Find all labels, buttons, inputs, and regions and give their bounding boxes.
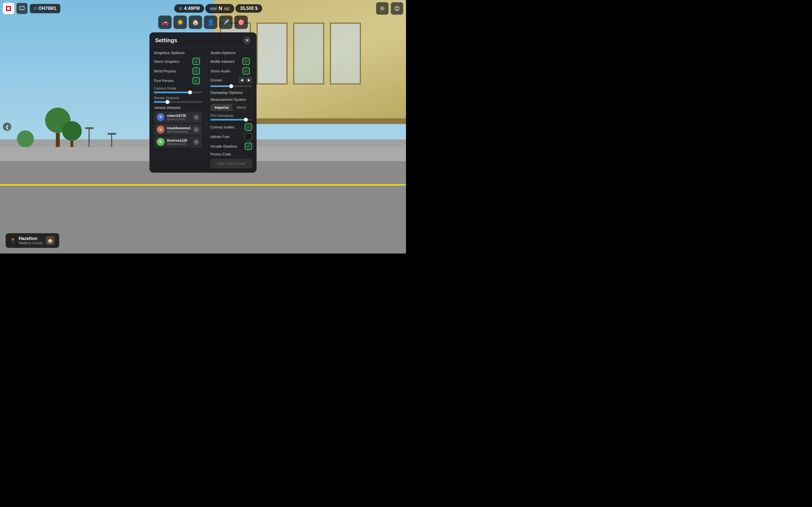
nav-home-button[interactable]: 🏠	[189, 15, 202, 29]
nav-target-button[interactable]: 🎯	[234, 15, 248, 29]
whitelist-add-1[interactable]: +	[193, 126, 199, 133]
player-id: OH76M1	[38, 6, 56, 11]
whitelist-avatar-0: R	[157, 113, 165, 121]
render-distance-thumb[interactable]	[165, 100, 169, 104]
first-person-checkbox[interactable]: ✓	[193, 77, 200, 84]
whitelist-info-1: UsedAwsome1 @UsedAwsome1	[167, 126, 191, 133]
whitelist-handle-0: @robert19735	[167, 118, 191, 121]
nav-vehicle-button[interactable]: 🚗	[158, 15, 172, 29]
fpv-label: FPV Sensitivity	[210, 114, 252, 118]
vehicle-whitelist-section: Vehicle Whitelist R robert19735 @robert1…	[154, 106, 202, 148]
whitelist-add-2[interactable]: +	[193, 139, 199, 145]
compass-display: NW N NE	[205, 4, 234, 13]
promo-code-section: Promo Code	[210, 152, 252, 168]
window-2	[257, 22, 288, 84]
settings-title: Settings	[155, 37, 177, 44]
settings-close-button[interactable]: ✕	[243, 36, 251, 44]
whitelist-handle-2: @Dextrose129	[167, 143, 191, 146]
drones-thumb[interactable]	[229, 84, 233, 88]
road-line	[0, 184, 406, 186]
fpv-fill	[210, 119, 246, 121]
location-badge: 📍 Hazelton Wadena County 🏠	[6, 233, 59, 248]
render-distance-slider[interactable]	[154, 101, 202, 103]
chevron-left-button[interactable]: ❮	[3, 122, 11, 131]
camera-shake-section: Camera Shake	[154, 87, 202, 93]
vehicle-whitelist-title: Vehicle Whitelist	[154, 106, 202, 110]
player-hash: #	[34, 6, 37, 11]
whitelist-name-0: robert19735	[167, 114, 191, 118]
drones-slider[interactable]	[210, 86, 252, 87]
left-column: Graphics Options Storm Graphics ✓ Wind P…	[149, 51, 206, 168]
wind-physics-checkbox[interactable]: ✓	[193, 67, 200, 75]
camera-shake-label: Camera Shake	[154, 87, 202, 91]
metric-option[interactable]: Metric	[233, 104, 250, 111]
menu-hud-button[interactable]	[391, 2, 403, 15]
fpv-thumb[interactable]	[244, 118, 248, 122]
drones-fill	[210, 86, 231, 87]
camera-shake-fill	[154, 92, 190, 93]
settings-hud-button[interactable]	[376, 2, 389, 15]
audio-section-title: Audio Options	[210, 51, 252, 55]
infinite-fuel-label: Infinite Fuel	[210, 135, 229, 139]
clock-icon: ⊙	[179, 6, 182, 11]
storm-graphics-checkbox[interactable]: ✓	[193, 58, 200, 65]
chat-button[interactable]	[16, 3, 28, 14]
measurement-toggle-container: Imperial Metric	[210, 104, 252, 111]
measurement-row: Measurement System	[210, 98, 252, 102]
infinite-fuel-checkbox[interactable]	[245, 133, 252, 140]
nav-icons-row: 🚗 ☀️ 🏠 👤 ✈️ 🎯	[158, 15, 248, 29]
drones-row: Drones ◀ ▶	[210, 77, 252, 83]
compass-ne: NE	[224, 6, 230, 11]
first-person-label: First Person	[154, 78, 174, 83]
imperial-option[interactable]: Imperial	[211, 104, 233, 111]
arcade-gearbox-checkbox[interactable]: ✓	[245, 143, 252, 150]
drones-arrows: ◀ ▶	[239, 77, 252, 83]
storm-graphics-label: Storm Graphics	[154, 59, 179, 64]
first-person-row: First Person ✓	[154, 77, 202, 84]
muffle-interiors-checkbox[interactable]: ✓	[243, 58, 250, 65]
drones-left-button[interactable]: ◀	[239, 77, 245, 83]
window-4	[330, 22, 361, 84]
location-name: Hazelton	[18, 236, 43, 241]
whitelist-info-2: Dextrose129 @Dextrose129	[167, 138, 191, 146]
wind-physics-label: Wind Physics	[154, 69, 176, 73]
promo-code-input[interactable]	[210, 159, 252, 168]
fpv-section: FPV Sensitivity	[210, 114, 252, 121]
compass-nw: NW	[210, 6, 217, 11]
convoy-invites-checkbox[interactable]: ✓	[245, 123, 252, 131]
render-distance-label: Render Distance	[154, 96, 202, 100]
muffle-interiors-row: Muffle Interiors ✓	[210, 58, 252, 65]
drones-slider-section	[210, 86, 252, 87]
whitelist-add-0[interactable]: +	[193, 114, 199, 120]
location-pin-icon: 📍	[10, 238, 16, 243]
drones-right-button[interactable]: ▶	[246, 77, 252, 83]
nav-flag-button[interactable]: ✈️	[219, 15, 233, 29]
muffle-interiors-label: Muffle Interiors	[210, 59, 235, 64]
nav-player-button[interactable]: 👤	[204, 15, 217, 29]
render-distance-section: Render Distance	[154, 96, 202, 103]
settings-content: Graphics Options Storm Graphics ✓ Wind P…	[149, 47, 257, 168]
storm-audio-checkbox[interactable]: ✓	[243, 67, 250, 75]
fpv-slider[interactable]	[210, 119, 252, 121]
storm-audio-row: Storm Audio ✓	[210, 67, 252, 75]
convoy-invites-label: Convoy Invites	[210, 125, 234, 129]
svg-rect-1	[7, 7, 10, 10]
camera-shake-slider[interactable]	[154, 92, 202, 93]
storm-graphics-row: Storm Graphics ✓	[154, 58, 202, 65]
nav-weather-button[interactable]: ☀️	[173, 15, 187, 29]
measurement-toggle: Imperial Metric	[210, 104, 252, 111]
roblox-logo[interactable]	[3, 3, 14, 14]
whitelist-name-1: UsedAwsome1	[167, 126, 191, 130]
svg-rect-2	[20, 6, 24, 10]
window-3	[293, 22, 324, 84]
location-home-button[interactable]: 🏠	[46, 236, 55, 245]
gameplay-section-title: Gameplay Options	[210, 91, 252, 95]
camera-shake-thumb[interactable]	[188, 91, 192, 94]
whitelist-avatar-1: U	[157, 126, 165, 133]
whitelist-avatar-2: D	[157, 138, 165, 146]
graphics-section-title: Graphics Options	[154, 51, 202, 55]
storm-audio-label: Storm Audio	[210, 69, 231, 73]
promo-code-label: Promo Code	[210, 152, 252, 156]
whitelist-item-1: U UsedAwsome1 @UsedAwsome1 +	[154, 124, 202, 135]
location-county: Wadena County	[18, 241, 43, 245]
